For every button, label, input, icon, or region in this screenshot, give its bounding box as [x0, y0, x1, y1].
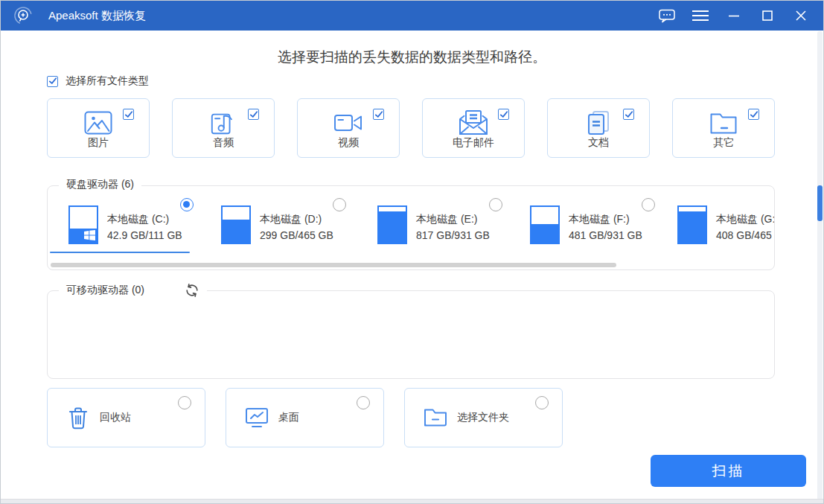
image-icon	[81, 107, 115, 138]
location-radio[interactable]	[357, 396, 370, 409]
select-all-label: 选择所有文件类型	[66, 74, 149, 88]
drive-radio[interactable]	[333, 198, 346, 211]
video-icon	[331, 107, 365, 138]
horizontal-scrollbar-thumb[interactable]	[51, 263, 616, 267]
refresh-icon[interactable]	[185, 283, 199, 298]
disk-icon	[530, 205, 560, 244]
file-type-checkbox[interactable]	[748, 109, 759, 120]
drive-radio[interactable]	[489, 198, 502, 211]
file-type-checkbox[interactable]	[623, 109, 634, 120]
drive-capacity: 42.9 GB/111 GB	[107, 227, 182, 243]
minimize-icon	[729, 10, 739, 21]
file-type-label: 图片	[48, 136, 149, 150]
location-choose-folder[interactable]: 选择文件夹	[404, 388, 563, 447]
file-type-card-audio[interactable]: 音频	[172, 98, 275, 158]
location-label: 回收站	[100, 411, 131, 424]
maximize-icon	[762, 10, 773, 21]
hard-drives-title: 硬盘驱动器 (6)	[66, 178, 134, 191]
drive-name: 本地磁盘 (G:)	[716, 211, 775, 227]
file-type-label: 文档	[548, 136, 649, 150]
feedback-icon	[659, 9, 675, 23]
drive-name: 本地磁盘 (E:)	[416, 211, 490, 227]
menu-icon	[692, 10, 709, 22]
close-button[interactable]	[792, 7, 810, 25]
select-all-file-types[interactable]: 选择所有文件类型	[47, 74, 149, 88]
file-type-card-images[interactable]: 图片	[47, 98, 150, 158]
file-type-card-other[interactable]: 其它	[672, 98, 775, 158]
location-radio[interactable]	[535, 396, 549, 409]
removable-drives-empty-area	[47, 290, 775, 379]
location-label: 桌面	[278, 411, 299, 424]
desktop-icon	[244, 405, 269, 430]
email-icon	[456, 107, 491, 138]
drive-capacity: 299 GB/465 GB	[260, 227, 333, 243]
windows-logo-icon	[84, 230, 95, 240]
file-type-cards: 图片 音频	[47, 98, 775, 158]
file-type-card-video[interactable]: 视频	[297, 98, 400, 158]
location-recycle-bin[interactable]: 回收站	[47, 388, 205, 447]
file-type-card-documents[interactable]: 文档	[547, 98, 650, 158]
titlebar: Apeaksoft 数据恢复	[1, 1, 823, 31]
disk-icon	[221, 205, 251, 244]
choose-folder-icon	[423, 405, 448, 430]
location-desktop[interactable]: 桌面	[226, 388, 384, 447]
file-type-checkbox[interactable]	[123, 109, 134, 120]
document-icon	[581, 107, 616, 138]
minimize-button[interactable]	[725, 7, 743, 25]
other-icon	[706, 107, 741, 138]
app-window: Apeaksoft 数据恢复	[0, 0, 824, 504]
disk-icon	[677, 205, 707, 244]
apeaksoft-logo-icon	[13, 6, 33, 25]
drive-capacity: 408 GB/465 G	[716, 227, 775, 243]
file-type-label: 视频	[298, 136, 399, 150]
file-type-checkbox[interactable]	[498, 109, 509, 120]
file-type-label: 其它	[673, 136, 774, 150]
file-type-card-email[interactable]: 电子邮件	[422, 98, 525, 158]
file-type-label: 电子邮件	[423, 136, 524, 150]
menu-button[interactable]	[692, 7, 709, 25]
location-radio[interactable]	[178, 396, 191, 409]
recycle-bin-icon	[66, 405, 91, 430]
removable-drives-section: 可移动驱动器 (0)	[47, 290, 775, 379]
disk-icon	[68, 205, 98, 244]
vertical-scrollbar-thumb[interactable]	[817, 185, 823, 221]
maximize-button[interactable]	[758, 7, 776, 25]
drive-capacity: 817 GB/931 GB	[416, 227, 490, 243]
file-type-label: 音频	[173, 136, 274, 150]
app-title: Apeaksoft 数据恢复	[48, 1, 146, 31]
removable-drives-title: 可移动驱动器 (0)	[66, 284, 144, 297]
close-icon	[796, 10, 806, 21]
drive-capacity: 481 GB/931 GB	[569, 227, 642, 243]
drive-name: 本地磁盘 (C:)	[107, 211, 182, 227]
selected-drive-underline	[50, 252, 190, 253]
window-bottom-edge	[1, 499, 823, 503]
audio-icon	[206, 107, 240, 138]
drive-name: 本地磁盘 (F:)	[569, 211, 642, 227]
hard-drives-section: 硬盘驱动器 (6) 本地磁盘 (C:) 42.9 GB/111 GB	[47, 185, 775, 270]
file-type-checkbox[interactable]	[248, 109, 259, 120]
scan-button[interactable]: 扫描	[651, 455, 806, 487]
drive-radio[interactable]	[180, 198, 194, 211]
vertical-scrollbar-track[interactable]	[817, 31, 823, 500]
file-type-checkbox[interactable]	[373, 109, 384, 120]
drive-name: 本地磁盘 (D:)	[260, 211, 333, 227]
disk-icon	[377, 205, 407, 244]
location-label: 选择文件夹	[457, 411, 509, 424]
feedback-button[interactable]	[658, 7, 676, 25]
page-title: 选择要扫描的丢失数据的数据类型和路径。	[1, 48, 823, 67]
select-all-checkbox[interactable]	[47, 76, 58, 87]
drive-radio[interactable]	[642, 198, 655, 211]
